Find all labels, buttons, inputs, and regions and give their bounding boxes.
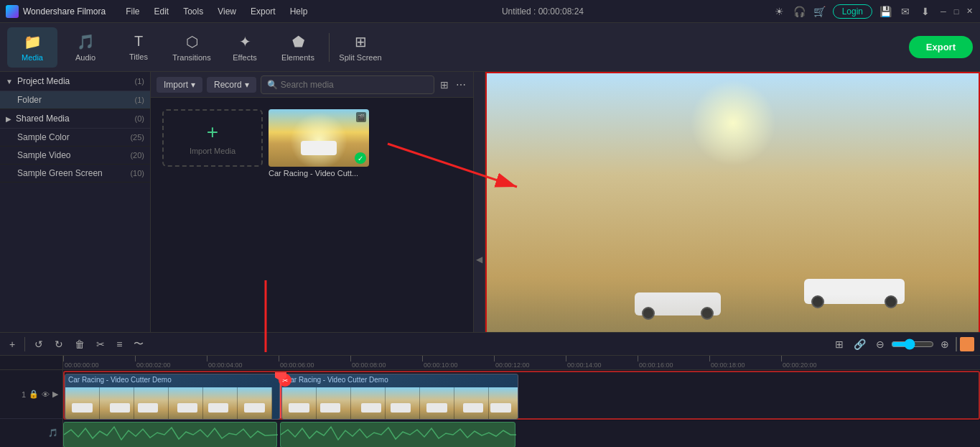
save-icon[interactable]: 💾 (878, 4, 892, 19)
frame-10 (386, 387, 420, 419)
audio-mix-button[interactable]: 〜 (130, 336, 147, 353)
thumb-label: Car Racing - Video Cutt... (269, 169, 369, 178)
import-media-placeholder[interactable]: + Import Media (162, 109, 263, 167)
app-name: Wondershare Filmora (23, 6, 106, 17)
media-icon: 📁 (24, 33, 42, 50)
delete-button[interactable]: 🗑 (71, 336, 88, 352)
sample-green-screen-label: Sample Green Screen (17, 168, 103, 178)
ruler-mark-4: 00:00:08:00 (350, 356, 386, 370)
shared-media-label: Shared Media (16, 114, 70, 124)
window-controls: ─ □ ✕ (938, 6, 974, 17)
menu-tools[interactable]: Tools (177, 5, 209, 18)
playhead[interactable] (280, 372, 281, 418)
audio-icon: 🎵 (48, 428, 58, 438)
toolbar-effects[interactable]: ✦ Effects (220, 27, 270, 68)
shared-media-count: (0) (135, 114, 144, 123)
import-button[interactable]: Import ▾ (157, 77, 202, 93)
project-media-section[interactable]: ▼ Project Media (1) (0, 72, 150, 91)
import-media-label: Import Media (190, 147, 235, 155)
zoom-out-button[interactable]: ⊖ (872, 336, 888, 352)
shared-media-section[interactable]: ▶ Shared Media (0) (0, 109, 150, 129)
main-toolbar: 📁 Media 🎵 Audio T Titles ⬡ Transitions ✦… (0, 23, 980, 72)
folder-count: (1) (135, 96, 144, 104)
elements-label: Elements (281, 53, 314, 62)
toolbar-transitions[interactable]: ⬡ Transitions (167, 27, 217, 68)
car-racing-thumbnail[interactable]: 🎬 ✓ Car Racing - Video Cutt... (269, 109, 369, 178)
clip-1-label: Car Racing - Video Cutter Demo (68, 376, 172, 384)
audio-icon: 🎵 (77, 33, 95, 50)
audio-label: Audio (75, 53, 95, 62)
ruler-mark-5: 00:00:10:00 (422, 356, 458, 370)
toolbar-split-screen[interactable]: ⊞ Split Screen (335, 27, 386, 68)
toolbar-audio[interactable]: 🎵 Audio (60, 27, 111, 68)
transitions-icon: ⬡ (186, 33, 198, 50)
menu-help[interactable]: Help (284, 5, 314, 18)
menu-bar: File Edit Tools View Export Help (120, 5, 313, 18)
clip-2-label: Car Racing - Video Cutter Demo (285, 376, 388, 384)
export-button[interactable]: Export (909, 36, 973, 58)
mail-icon[interactable]: ✉ (898, 4, 913, 19)
timeline-ruler: 00:00:00:00 00:00:02:00 00:00:04:00 00:0… (63, 356, 980, 370)
project-media-count: (1) (135, 77, 144, 86)
download-icon[interactable]: ⬇ (918, 4, 933, 19)
titles-label: Titles (129, 52, 148, 61)
redo-button[interactable]: ↻ (51, 336, 67, 352)
search-icon: 🔍 (267, 80, 278, 90)
adjust-button[interactable]: ≡ (113, 336, 126, 352)
video-type-icon: 🎬 (356, 112, 366, 122)
timeline-scroll[interactable]: 00:00:00:00 00:00:02:00 00:00:04:00 00:0… (63, 356, 980, 447)
folder-item[interactable]: Folder (1) (0, 91, 150, 109)
eye-icon: 👁 (42, 390, 50, 399)
car-silhouette (301, 141, 337, 155)
link-button[interactable]: 🔗 (850, 336, 869, 352)
add-media-button[interactable]: + (6, 336, 19, 352)
menu-export[interactable]: Export (245, 5, 281, 18)
clip-2-filmstrip (282, 387, 518, 419)
ruler-mark-8: 00:00:16:00 (638, 356, 673, 370)
zoom-in-button[interactable]: ⊕ (937, 336, 953, 352)
maximize-button[interactable]: □ (951, 6, 961, 17)
filter-button[interactable]: ⊞ (439, 78, 450, 92)
snap-button[interactable]: ⊞ (831, 336, 847, 352)
toolbar-titles[interactable]: T Titles (113, 27, 164, 68)
timeline-right-tools: ⊞ 🔗 ⊖ ⊕ (831, 336, 974, 352)
video-clip-2[interactable]: Car Racing - Video Cutter Demo (281, 374, 518, 420)
color-swatch (960, 337, 974, 351)
grid-view-button[interactable]: ⋯ (454, 78, 467, 92)
effects-icon: ✦ (239, 33, 251, 50)
cart-icon[interactable]: 🛒 (813, 4, 827, 19)
sample-color-item[interactable]: Sample Color (25) (0, 129, 150, 147)
title-center: Untitled : 00:00:08:24 (313, 6, 772, 17)
audio-clip-2[interactable] (280, 422, 515, 447)
ruler-mark-9: 00:00:18:00 (709, 356, 745, 370)
minimize-button[interactable]: ─ (938, 6, 948, 17)
search-input[interactable] (281, 80, 428, 90)
menu-file[interactable]: File (120, 5, 145, 18)
track-number: 1 (22, 390, 26, 399)
undo-button[interactable]: ↺ (31, 336, 47, 352)
toolbar-elements[interactable]: ⬟ Elements (273, 27, 323, 68)
media-panel-toolbar: Import ▾ Record ▾ 🔍 ⊞ ⋯ (151, 72, 473, 98)
frame-11 (420, 387, 454, 419)
menu-edit[interactable]: Edit (149, 5, 175, 18)
search-bar[interactable]: 🔍 (261, 75, 434, 94)
zoom-slider[interactable] (891, 338, 934, 350)
video-clip-1[interactable]: Car Racing - Video Cutter Demo (65, 374, 280, 420)
title-icons: ☀ 🎧 🛒 Login 💾 ✉ ⬇ (773, 4, 933, 19)
sample-color-label: Sample Color (17, 132, 70, 142)
toolbar-media[interactable]: 📁 Media (7, 27, 57, 68)
brightness-icon[interactable]: ☀ (773, 4, 787, 19)
login-button[interactable]: Login (833, 4, 872, 19)
titles-icon: T (134, 33, 143, 50)
shared-section-left: ▶ Shared Media (6, 114, 70, 124)
video-track-icon: ▶ (52, 390, 58, 399)
split-screen-label: Split Screen (339, 53, 381, 62)
close-button[interactable]: ✕ (964, 6, 974, 17)
record-button[interactable]: Record ▾ (207, 77, 256, 93)
sample-green-screen-item[interactable]: Sample Green Screen (10) (0, 165, 150, 183)
cut-button[interactable]: ✂ (93, 336, 108, 352)
audio-clip-1[interactable] (63, 422, 277, 447)
sample-video-item[interactable]: Sample Video (20) (0, 147, 150, 165)
menu-view[interactable]: View (212, 5, 242, 18)
headphone-icon[interactable]: 🎧 (793, 4, 807, 19)
